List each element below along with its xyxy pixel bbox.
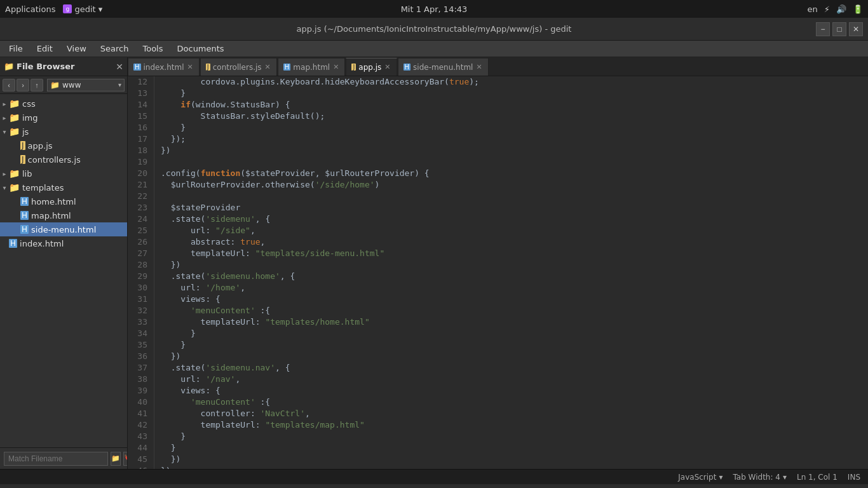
sidebar-item-controllers-js[interactable]: Jcontrollers.js [0,152,127,166]
tab-close-button[interactable]: ✕ [264,63,271,71]
tab-label: controllers.js [213,63,262,72]
sidebar-item-css[interactable]: ▸📁css [0,97,127,111]
expand-arrow: ▾ [0,128,9,135]
main-layout: 📁 File Browser ✕ ‹ › ↑ 📁 www ▾ ▸📁css▸📁im… [0,57,868,469]
sidebar-item-side-menu-html[interactable]: Hside-menu.html [0,222,127,236]
gedit-menu[interactable]: g gedit ▾ [63,4,102,14]
html-file-icon: H [9,239,17,248]
language-label: JavaScript [678,473,716,482]
expand-arrow: ▸ [0,100,9,107]
line-number-41: 41 [132,408,147,419]
tab-close-button[interactable]: ✕ [187,63,194,71]
line-number-35: 35 [132,339,147,351]
line-number-12: 12 [132,76,147,88]
sidebar: 📁 File Browser ✕ ‹ › ↑ 📁 www ▾ ▸📁css▸📁im… [0,57,128,469]
maximize-button[interactable]: □ [832,22,846,36]
code-line-12: cordova.plugins.Keyboard.hideKeyboardAcc… [161,76,868,88]
line-number-43: 43 [132,431,147,442]
sidebar-close-button[interactable]: ✕ [116,62,123,72]
line-number-31: 31 [132,294,147,305]
menu-tools[interactable]: Tools [136,43,169,55]
line-number-34: 34 [132,328,147,339]
code-line-23: $stateProvider [161,202,868,214]
minimize-button[interactable]: − [816,22,830,36]
code-line-36: }) [161,351,868,362]
nav-forward-button[interactable]: › [17,79,29,92]
sidebar-item-home-html[interactable]: Hhome.html [0,194,127,208]
code-line-25: url: "/side", [161,225,868,236]
tab-width-selector[interactable]: Tab Width: 4 ▾ [733,473,787,482]
sidebar-item-map-html[interactable]: Hmap.html [0,208,127,222]
close-button[interactable]: ✕ [849,22,863,36]
path-display: www [62,81,118,90]
expand-arrow: ▸ [0,114,9,121]
sidebar-item-lib[interactable]: ▸📁lib [0,166,127,180]
menu-file[interactable]: File [3,43,29,55]
code-line-17: }); [161,133,868,145]
nav-up-button[interactable]: ↑ [31,79,43,92]
tree-item-label: map.html [31,211,71,220]
tree-item-label: index.html [20,239,64,248]
code-line-32: 'menuContent' :{ [161,305,868,316]
tab-label: side-menu.html [413,63,473,72]
line-number-42: 42 [132,419,147,431]
tab-controllers-js[interactable]: J controllers.js ✕ [200,58,277,76]
code-line-39: views: { [161,385,868,396]
folder-icon: 📁 [9,98,20,109]
sidebar-item-app-js[interactable]: Japp.js [0,139,127,152]
sidebar-header: 📁 File Browser ✕ [0,57,127,76]
tab-index-html[interactable]: H index.html ✕ [128,58,200,76]
system-bar-left: Applications g gedit ▾ [5,4,102,14]
line-number-22: 22 [132,191,147,202]
code-line-27: templateUrl: "templates/side-menu.html" [161,248,868,259]
folder-icon: 📁 [9,182,20,193]
tab-side-menu-html[interactable]: H side-menu.html ✕ [398,58,489,76]
sidebar-item-templates[interactable]: ▾📁templates [0,180,127,194]
code-line-41: controller: 'NavCtrl', [161,408,868,419]
language-indicator[interactable]: en [808,4,818,14]
path-dropdown-arrow[interactable]: ▾ [118,81,121,88]
code-line-20: .config(function($stateProvider, $urlRou… [161,168,868,179]
code-line-35: } [161,339,868,351]
sidebar-item-index-html[interactable]: Hindex.html [0,236,127,250]
tab-type-icon: H [133,64,141,71]
editor-area: H index.html ✕J controllers.js ✕H map.ht… [128,57,868,469]
line-number-29: 29 [132,271,147,282]
nav-back-button[interactable]: ‹ [3,79,15,92]
line-number-14: 14 [132,99,147,111]
code-line-45: }) [161,454,868,465]
line-number-33: 33 [132,316,147,328]
line-number-46: 46 [132,465,147,469]
tab-close-button[interactable]: ✕ [475,63,482,71]
system-bar: Applications g gedit ▾ Mit 1 Apr, 14:43 … [0,0,868,18]
sidebar-item-js[interactable]: ▾📁js [0,125,127,139]
filter-bookmark-button[interactable]: 🔖 [123,452,128,466]
language-selector[interactable]: JavaScript ▾ [678,473,722,482]
folder-icon: 📁 [9,126,20,137]
menu-view[interactable]: View [60,43,93,55]
match-filename-input[interactable] [4,452,108,466]
battery-icon: 🔋 [853,4,863,14]
sidebar-item-img[interactable]: ▸📁img [0,111,127,125]
line-number-30: 30 [132,282,147,294]
tab-app-js[interactable]: J app.js ✕ [346,58,397,76]
code-line-28: }) [161,259,868,271]
line-number-25: 25 [132,225,147,236]
tab-map-html[interactable]: H map.html ✕ [278,58,346,76]
tab-type-icon: H [283,64,291,71]
code-content[interactable]: cordova.plugins.Keyboard.hideKeyboardAcc… [154,76,868,469]
applications-menu[interactable]: Applications [5,4,55,14]
menu-search[interactable]: Search [94,43,135,55]
code-line-44: } [161,442,868,454]
tree-item-label: side-menu.html [31,225,96,234]
tab-close-button[interactable]: ✕ [384,63,391,71]
tab-width-label: Tab Width: 4 [733,473,780,482]
wifi-icon: ⚡ [824,4,830,14]
sidebar-footer: 📁 🔖 [0,447,127,469]
tab-close-button[interactable]: ✕ [332,63,339,71]
line-number-16: 16 [132,122,147,133]
filter-folder-button[interactable]: 📁 [111,452,121,466]
menu-documents[interactable]: Documents [171,43,231,55]
menu-edit[interactable]: Edit [31,43,59,55]
sidebar-tree: ▸📁css▸📁img▾📁js Japp.js Jcontrollers.js▸📁… [0,94,127,447]
